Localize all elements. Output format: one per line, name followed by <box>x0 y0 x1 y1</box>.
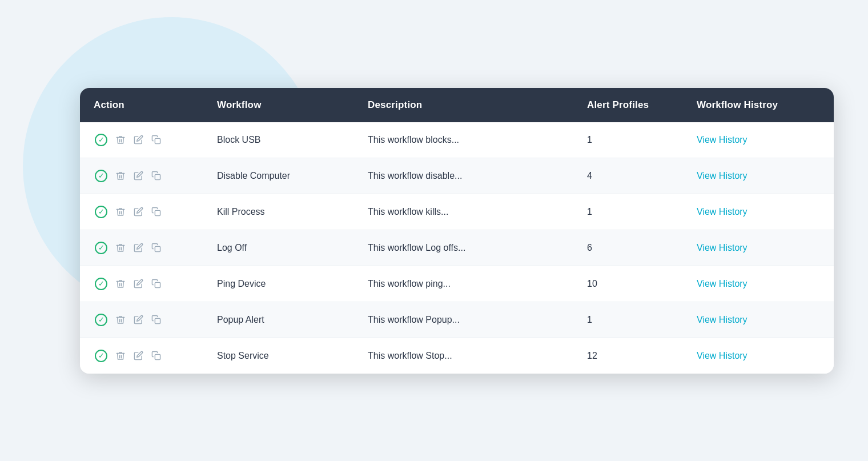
description-cell: This workflow ping... <box>354 266 573 302</box>
delete-button[interactable] <box>114 314 127 326</box>
action-cell: ✓ <box>80 230 203 266</box>
view-history-link[interactable]: View History <box>697 279 748 288</box>
delete-button[interactable] <box>114 278 127 290</box>
workflow-name-cell: Ping Device <box>203 266 354 302</box>
header-action: Action <box>80 88 203 122</box>
workflow-name-cell: Block USB <box>203 122 354 158</box>
action-cell: ✓ <box>80 302 203 338</box>
copy-button[interactable] <box>150 314 162 326</box>
edit-icon <box>134 315 143 324</box>
enable-button[interactable]: ✓ <box>94 133 108 147</box>
view-history-link[interactable]: View History <box>697 243 748 252</box>
view-history-cell: View History <box>683 266 834 302</box>
view-history-link[interactable]: View History <box>697 207 748 217</box>
delete-button[interactable] <box>114 170 127 182</box>
workflow-name-cell: Stop Service <box>203 338 354 374</box>
edit-icon <box>134 171 143 181</box>
copy-button[interactable] <box>150 242 162 254</box>
description-cell: This workflow blocks... <box>354 122 573 158</box>
enable-button[interactable]: ✓ <box>94 276 108 291</box>
copy-button[interactable] <box>150 170 162 182</box>
check-icon: ✓ <box>95 278 107 290</box>
alert-profiles-cell: 1 <box>573 122 683 158</box>
action-cell: ✓ <box>80 338 203 374</box>
edit-button[interactable] <box>132 350 144 362</box>
edit-icon <box>134 135 143 145</box>
edit-button[interactable] <box>132 242 144 254</box>
view-history-cell: View History <box>683 122 834 158</box>
view-history-link[interactable]: View History <box>697 171 748 181</box>
check-icon: ✓ <box>95 242 107 254</box>
trash-icon <box>115 279 126 289</box>
copy-button[interactable] <box>150 278 162 290</box>
workflow-table-container: Action Workflow Description Alert Profil… <box>80 88 834 374</box>
table-header-row: Action Workflow Description Alert Profil… <box>80 88 834 122</box>
description-cell: This workflow Stop... <box>354 338 573 374</box>
view-history-link[interactable]: View History <box>697 135 748 145</box>
copy-button[interactable] <box>150 350 162 362</box>
trash-icon <box>115 243 126 253</box>
view-history-link[interactable]: View History <box>697 351 748 360</box>
table-row: ✓ <box>80 266 834 302</box>
enable-button[interactable]: ✓ <box>94 169 108 183</box>
copy-icon <box>151 243 161 252</box>
alert-profiles-cell: 10 <box>573 266 683 302</box>
enable-button[interactable]: ✓ <box>94 205 108 219</box>
action-cell: ✓ <box>80 158 203 194</box>
svg-rect-4 <box>155 282 160 287</box>
edit-button[interactable] <box>132 278 144 290</box>
copy-button[interactable] <box>150 134 162 146</box>
alert-profiles-cell: 12 <box>573 338 683 374</box>
trash-icon <box>115 315 126 325</box>
copy-icon <box>151 315 161 324</box>
delete-button[interactable] <box>114 242 127 254</box>
action-cell: ✓ <box>80 194 203 230</box>
header-workflow-history: Workflow Histroy <box>683 88 834 122</box>
delete-button[interactable] <box>114 350 127 362</box>
table-row: ✓ <box>80 302 834 338</box>
workflow-name-cell: Popup Alert <box>203 302 354 338</box>
enable-button[interactable]: ✓ <box>94 312 108 327</box>
header-workflow: Workflow <box>203 88 354 122</box>
edit-button[interactable] <box>132 314 144 326</box>
svg-rect-0 <box>155 138 160 143</box>
copy-icon <box>151 351 161 360</box>
edit-button[interactable] <box>132 206 144 218</box>
view-history-link[interactable]: View History <box>697 315 748 324</box>
svg-rect-1 <box>155 174 160 179</box>
edit-button[interactable] <box>132 170 144 182</box>
view-history-cell: View History <box>683 338 834 374</box>
view-history-cell: View History <box>683 194 834 230</box>
edit-icon <box>134 279 143 288</box>
view-history-cell: View History <box>683 158 834 194</box>
trash-icon <box>115 135 126 145</box>
enable-button[interactable]: ✓ <box>94 240 108 255</box>
check-icon: ✓ <box>95 314 107 326</box>
svg-rect-2 <box>155 210 160 215</box>
edit-icon <box>134 351 143 360</box>
svg-rect-3 <box>155 246 160 251</box>
check-icon: ✓ <box>95 350 107 362</box>
edit-button[interactable] <box>132 134 144 146</box>
workflow-name-cell: Log Off <box>203 230 354 266</box>
workflow-name-cell: Disable Computer <box>203 158 354 194</box>
svg-rect-6 <box>155 354 160 359</box>
delete-button[interactable] <box>114 134 127 146</box>
header-description: Description <box>354 88 573 122</box>
check-icon: ✓ <box>95 170 107 182</box>
delete-button[interactable] <box>114 206 127 218</box>
table-row: ✓ <box>80 338 834 374</box>
action-cell: ✓ <box>80 266 203 302</box>
action-cell: ✓ <box>80 122 203 158</box>
check-icon: ✓ <box>95 134 107 146</box>
copy-icon <box>151 279 161 288</box>
workflow-table: Action Workflow Description Alert Profil… <box>80 88 834 374</box>
table-row: ✓ <box>80 122 834 158</box>
alert-profiles-cell: 4 <box>573 158 683 194</box>
copy-button[interactable] <box>150 206 162 218</box>
description-cell: This workflow Popup... <box>354 302 573 338</box>
alert-profiles-cell: 1 <box>573 194 683 230</box>
enable-button[interactable]: ✓ <box>94 348 108 363</box>
table-row: ✓ <box>80 158 834 194</box>
svg-rect-5 <box>155 318 160 323</box>
